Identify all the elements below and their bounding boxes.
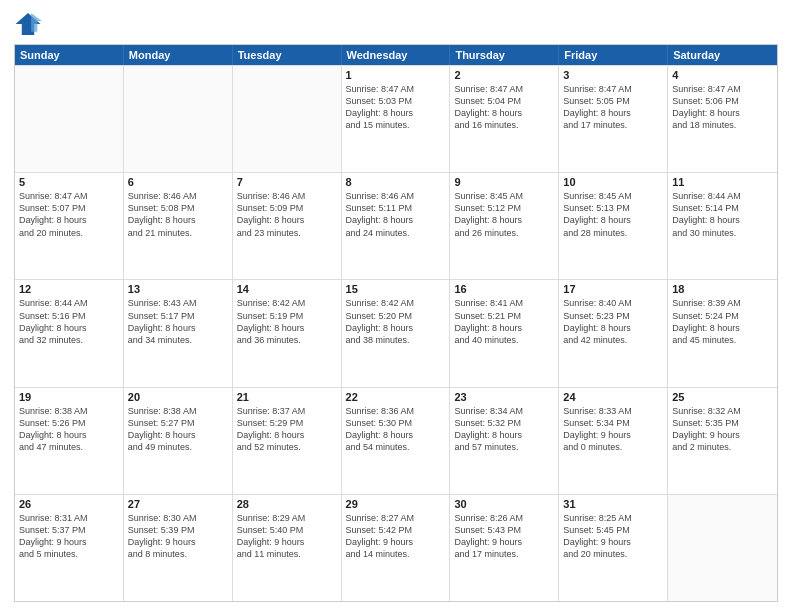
cell-text-line: Sunrise: 8:29 AM — [237, 512, 337, 524]
cell-text-line: Sunset: 5:14 PM — [672, 202, 773, 214]
cell-text-line: and 21 minutes. — [128, 227, 228, 239]
day-cell-21: 21Sunrise: 8:37 AMSunset: 5:29 PMDayligh… — [233, 388, 342, 494]
cell-text-line: Sunrise: 8:44 AM — [19, 297, 119, 309]
cell-text-line: Daylight: 8 hours — [563, 107, 663, 119]
cell-text-line: Sunset: 5:26 PM — [19, 417, 119, 429]
cell-text-line: Daylight: 9 hours — [237, 536, 337, 548]
cell-text-line: Daylight: 9 hours — [672, 429, 773, 441]
cell-text-line: Sunrise: 8:37 AM — [237, 405, 337, 417]
day-cell-8: 8Sunrise: 8:46 AMSunset: 5:11 PMDaylight… — [342, 173, 451, 279]
cell-text-line: Sunset: 5:21 PM — [454, 310, 554, 322]
day-number: 5 — [19, 176, 119, 188]
cell-text-line: and 45 minutes. — [672, 334, 773, 346]
cell-text-line: Sunset: 5:12 PM — [454, 202, 554, 214]
cell-text-line: Daylight: 8 hours — [346, 214, 446, 226]
day-cell-7: 7Sunrise: 8:46 AMSunset: 5:09 PMDaylight… — [233, 173, 342, 279]
cell-text-line: and 57 minutes. — [454, 441, 554, 453]
cell-text-line: Sunset: 5:30 PM — [346, 417, 446, 429]
day-number: 14 — [237, 283, 337, 295]
day-cell-19: 19Sunrise: 8:38 AMSunset: 5:26 PMDayligh… — [15, 388, 124, 494]
calendar-row-1: 1Sunrise: 8:47 AMSunset: 5:03 PMDaylight… — [15, 65, 777, 172]
empty-cell-0-2 — [233, 66, 342, 172]
day-cell-27: 27Sunrise: 8:30 AMSunset: 5:39 PMDayligh… — [124, 495, 233, 601]
cell-text-line: Sunset: 5:07 PM — [19, 202, 119, 214]
cell-text-line: Sunrise: 8:39 AM — [672, 297, 773, 309]
header — [14, 10, 778, 38]
day-number: 23 — [454, 391, 554, 403]
cell-text-line: and 40 minutes. — [454, 334, 554, 346]
cell-text-line: and 38 minutes. — [346, 334, 446, 346]
cell-text-line: Sunrise: 8:38 AM — [19, 405, 119, 417]
day-number: 19 — [19, 391, 119, 403]
day-cell-28: 28Sunrise: 8:29 AMSunset: 5:40 PMDayligh… — [233, 495, 342, 601]
cell-text-line: Sunrise: 8:43 AM — [128, 297, 228, 309]
day-cell-17: 17Sunrise: 8:40 AMSunset: 5:23 PMDayligh… — [559, 280, 668, 386]
cell-text-line: and 28 minutes. — [563, 227, 663, 239]
cell-text-line: Daylight: 9 hours — [563, 429, 663, 441]
cell-text-line: Daylight: 9 hours — [128, 536, 228, 548]
calendar-row-5: 26Sunrise: 8:31 AMSunset: 5:37 PMDayligh… — [15, 494, 777, 601]
cell-text-line: Sunset: 5:04 PM — [454, 95, 554, 107]
day-number: 28 — [237, 498, 337, 510]
svg-marker-1 — [31, 13, 42, 32]
day-number: 24 — [563, 391, 663, 403]
cell-text-line: Sunset: 5:24 PM — [672, 310, 773, 322]
cell-text-line: Sunrise: 8:47 AM — [19, 190, 119, 202]
calendar-body: 1Sunrise: 8:47 AMSunset: 5:03 PMDaylight… — [15, 65, 777, 601]
day-cell-24: 24Sunrise: 8:33 AMSunset: 5:34 PMDayligh… — [559, 388, 668, 494]
day-number: 30 — [454, 498, 554, 510]
empty-cell-4-6 — [668, 495, 777, 601]
day-number: 26 — [19, 498, 119, 510]
empty-cell-0-0 — [15, 66, 124, 172]
day-number: 11 — [672, 176, 773, 188]
cell-text-line: and 20 minutes. — [563, 548, 663, 560]
cell-text-line: Sunrise: 8:45 AM — [563, 190, 663, 202]
day-cell-15: 15Sunrise: 8:42 AMSunset: 5:20 PMDayligh… — [342, 280, 451, 386]
cell-text-line: Daylight: 8 hours — [454, 429, 554, 441]
day-number: 6 — [128, 176, 228, 188]
cell-text-line: and 16 minutes. — [454, 119, 554, 131]
cell-text-line: Sunrise: 8:46 AM — [128, 190, 228, 202]
cell-text-line: and 15 minutes. — [346, 119, 446, 131]
cell-text-line: Sunrise: 8:44 AM — [672, 190, 773, 202]
day-cell-30: 30Sunrise: 8:26 AMSunset: 5:43 PMDayligh… — [450, 495, 559, 601]
calendar-row-3: 12Sunrise: 8:44 AMSunset: 5:16 PMDayligh… — [15, 279, 777, 386]
cell-text-line: Sunrise: 8:46 AM — [237, 190, 337, 202]
cell-text-line: Sunrise: 8:47 AM — [563, 83, 663, 95]
calendar: SundayMondayTuesdayWednesdayThursdayFrid… — [14, 44, 778, 602]
day-number: 9 — [454, 176, 554, 188]
weekday-header-saturday: Saturday — [668, 45, 777, 65]
cell-text-line: Sunset: 5:27 PM — [128, 417, 228, 429]
cell-text-line: Sunset: 5:45 PM — [563, 524, 663, 536]
logo-icon — [14, 10, 42, 38]
day-cell-1: 1Sunrise: 8:47 AMSunset: 5:03 PMDaylight… — [342, 66, 451, 172]
day-cell-25: 25Sunrise: 8:32 AMSunset: 5:35 PMDayligh… — [668, 388, 777, 494]
day-cell-9: 9Sunrise: 8:45 AMSunset: 5:12 PMDaylight… — [450, 173, 559, 279]
weekday-header-tuesday: Tuesday — [233, 45, 342, 65]
day-cell-26: 26Sunrise: 8:31 AMSunset: 5:37 PMDayligh… — [15, 495, 124, 601]
day-number: 1 — [346, 69, 446, 81]
cell-text-line: and 30 minutes. — [672, 227, 773, 239]
day-cell-18: 18Sunrise: 8:39 AMSunset: 5:24 PMDayligh… — [668, 280, 777, 386]
day-number: 3 — [563, 69, 663, 81]
cell-text-line: Sunset: 5:29 PM — [237, 417, 337, 429]
cell-text-line: and 32 minutes. — [19, 334, 119, 346]
day-number: 2 — [454, 69, 554, 81]
cell-text-line: Sunrise: 8:32 AM — [672, 405, 773, 417]
cell-text-line: Daylight: 9 hours — [454, 536, 554, 548]
day-number: 31 — [563, 498, 663, 510]
cell-text-line: Sunrise: 8:38 AM — [128, 405, 228, 417]
cell-text-line: Sunset: 5:35 PM — [672, 417, 773, 429]
cell-text-line: Daylight: 8 hours — [346, 429, 446, 441]
day-cell-11: 11Sunrise: 8:44 AMSunset: 5:14 PMDayligh… — [668, 173, 777, 279]
cell-text-line: Daylight: 8 hours — [672, 322, 773, 334]
cell-text-line: Daylight: 8 hours — [454, 322, 554, 334]
day-cell-6: 6Sunrise: 8:46 AMSunset: 5:08 PMDaylight… — [124, 173, 233, 279]
cell-text-line: and 17 minutes. — [454, 548, 554, 560]
cell-text-line: Sunset: 5:11 PM — [346, 202, 446, 214]
cell-text-line: and 47 minutes. — [19, 441, 119, 453]
cell-text-line: Daylight: 8 hours — [128, 322, 228, 334]
day-cell-3: 3Sunrise: 8:47 AMSunset: 5:05 PMDaylight… — [559, 66, 668, 172]
cell-text-line: Sunrise: 8:36 AM — [346, 405, 446, 417]
day-number: 7 — [237, 176, 337, 188]
